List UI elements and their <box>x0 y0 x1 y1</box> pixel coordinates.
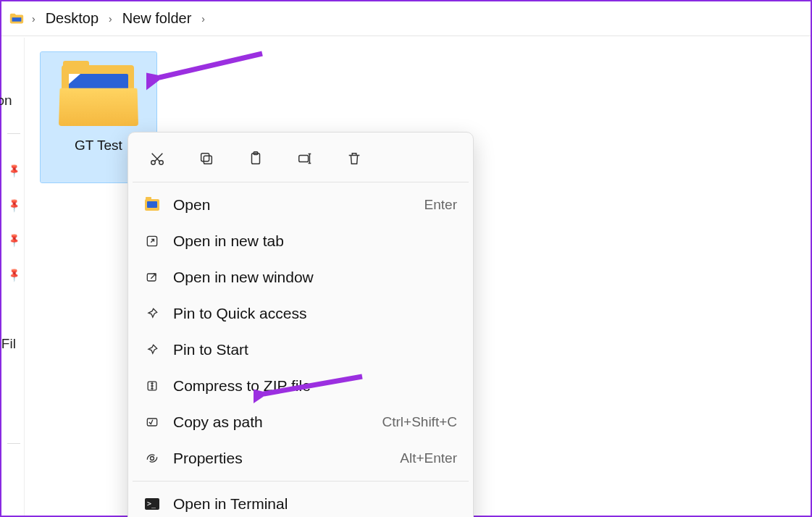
menu-properties[interactable]: Properties Alt+Enter <box>128 440 473 476</box>
svg-point-11 <box>151 457 154 461</box>
menu-accelerator: Ctrl+Shift+C <box>382 414 457 430</box>
breadcrumb-new-folder[interactable]: New folder <box>120 9 195 28</box>
menu-accelerator: Enter <box>424 197 457 213</box>
copy-button[interactable] <box>192 146 221 172</box>
divider <box>7 443 20 444</box>
folder-icon <box>59 61 138 126</box>
chevron-right-icon: › <box>198 13 208 25</box>
divider <box>133 481 469 482</box>
copy-icon <box>198 151 214 167</box>
menu-label: Copy as path <box>173 413 369 431</box>
context-menu: Open Enter Open in new tab Open in new w… <box>127 132 474 517</box>
trash-icon <box>346 151 362 167</box>
svg-rect-6 <box>299 155 309 161</box>
svg-point-1 <box>159 161 164 165</box>
nav-sidebar: son 📌 📌 📌 📌 e Fil <box>1 38 25 516</box>
chevron-right-icon: › <box>106 13 115 25</box>
menu-label: Open in new tab <box>173 232 457 250</box>
folder-item-label: GT Test <box>75 138 122 154</box>
menu-accelerator: Alt+Enter <box>400 450 457 466</box>
menu-label: Open in Terminal <box>173 495 457 513</box>
menu-open-new-tab[interactable]: Open in new tab <box>128 223 473 259</box>
content-pane[interactable]: GT Test <box>26 38 811 516</box>
pin-icon: 📌 <box>6 267 22 283</box>
menu-label: Pin to Start <box>173 341 457 358</box>
menu-open[interactable]: Open Enter <box>128 187 473 223</box>
menu-label: Open in new window <box>173 269 457 286</box>
sidebar-item-fragment: e Fil <box>0 336 16 352</box>
rename-icon <box>297 151 313 167</box>
menu-pin-quick-access[interactable]: Pin to Quick access <box>128 295 473 332</box>
paste-icon <box>248 151 264 167</box>
pin-icon: 📌 <box>6 163 22 179</box>
rename-button[interactable] <box>290 146 319 172</box>
open-new-tab-icon <box>144 233 160 249</box>
cut-button[interactable] <box>143 146 172 172</box>
sidebar-item-fragment: son <box>0 93 12 109</box>
pin-icon <box>144 306 160 321</box>
pin-icon: 📌 <box>6 198 22 214</box>
menu-copy-as-path[interactable]: Copy as path Ctrl+Shift+C <box>128 404 473 440</box>
svg-rect-3 <box>201 154 209 161</box>
divider <box>133 182 469 182</box>
terminal-icon <box>144 496 160 512</box>
breadcrumb-bar[interactable]: › Desktop › New folder › <box>1 1 811 36</box>
svg-rect-2 <box>204 156 212 164</box>
pin-icon: 📌 <box>6 232 22 248</box>
menu-label: Open <box>173 196 411 214</box>
menu-compress-zip[interactable]: Compress to ZIP file <box>128 368 473 404</box>
open-new-window-icon <box>144 269 160 285</box>
copy-path-icon <box>144 414 160 430</box>
paste-button[interactable] <box>241 146 270 172</box>
properties-icon <box>144 450 160 466</box>
context-toolbar <box>128 140 473 182</box>
svg-point-0 <box>151 161 156 165</box>
chevron-right-icon: › <box>29 13 38 25</box>
folder-icon <box>9 11 25 27</box>
window-frame: › Desktop › New folder › son 📌 📌 📌 📌 e F… <box>0 0 812 517</box>
menu-open-new-window[interactable]: Open in new window <box>128 259 473 295</box>
delete-button[interactable] <box>340 146 369 172</box>
menu-pin-start[interactable]: Pin to Start <box>128 332 473 368</box>
menu-open-terminal[interactable]: Open in Terminal <box>128 486 473 517</box>
breadcrumb-desktop[interactable]: Desktop <box>43 9 101 28</box>
zip-icon <box>144 378 160 394</box>
menu-label: Pin to Quick access <box>173 305 457 322</box>
menu-label: Properties <box>173 450 387 467</box>
folder-icon <box>144 197 160 213</box>
pin-icon <box>144 342 160 358</box>
divider <box>7 133 20 134</box>
menu-label: Compress to ZIP file <box>173 377 457 395</box>
cut-icon <box>149 151 165 167</box>
